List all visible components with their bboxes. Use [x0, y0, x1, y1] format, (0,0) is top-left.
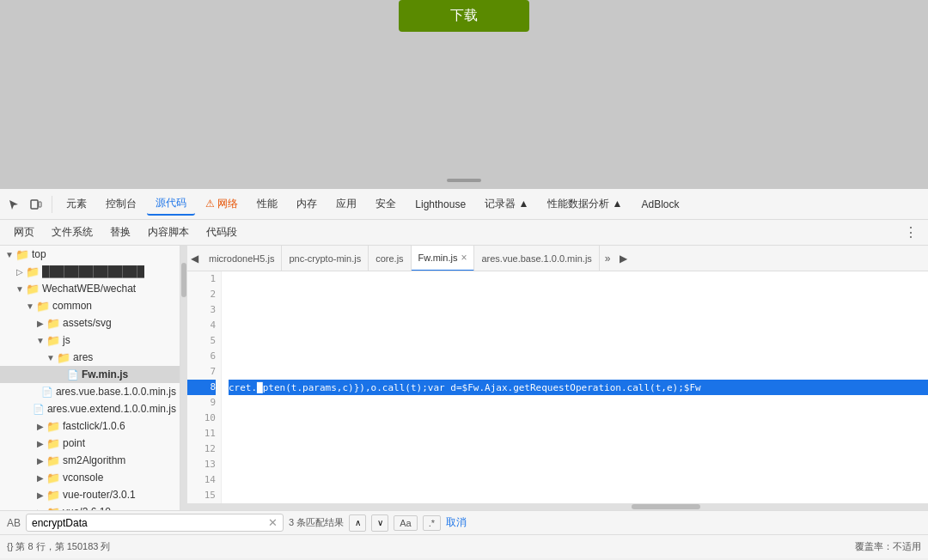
- line-number-9: 9: [187, 395, 216, 411]
- line-number-13: 13: [187, 457, 216, 472]
- sub-tab-filesystem[interactable]: 文件系统: [45, 222, 100, 242]
- cursor-icon[interactable]: [3, 194, 24, 215]
- tree-scrollbar[interactable]: [180, 246, 187, 510]
- tree-item-common[interactable]: ▼📁common: [0, 297, 180, 314]
- code-area: ◀ microdoneH5.js pnc-crypto-min.js core.…: [187, 246, 928, 510]
- tab-memory[interactable]: 内存: [288, 193, 326, 215]
- tree-item-vue[interactable]: ▶📁vue/2.6.10: [0, 503, 180, 510]
- search-prev-button[interactable]: ∧: [349, 514, 366, 532]
- more-options-icon[interactable]: ⋮: [901, 222, 921, 243]
- tab-scroll-right[interactable]: ▶: [616, 253, 631, 265]
- tree-item-assets_svg[interactable]: ▶📁assets/svg: [0, 314, 180, 332]
- file-tab-ares-vue-base[interactable]: ares.vue.base.1.0.0.min.js: [474, 246, 599, 271]
- svg-rect-0: [31, 200, 38, 209]
- match-case-button[interactable]: Aa: [394, 515, 417, 531]
- folder-icon: 📁: [46, 489, 60, 502]
- line-number-6: 6: [187, 349, 216, 364]
- tab-scroll-left[interactable]: ◀: [187, 253, 202, 265]
- tree-item-label: WechatWEB/wechat: [42, 283, 136, 295]
- tree-scrollbar-thumb[interactable]: [181, 263, 186, 297]
- line-number-7: 7: [187, 364, 216, 380]
- tab-console[interactable]: 控制台: [97, 193, 145, 215]
- tree-item-point[interactable]: ▶📁point: [0, 435, 180, 452]
- tree-arrow-icon: ▶: [34, 473, 46, 483]
- tree-item-vue_router[interactable]: ▶📁vue-router/3.0.1: [0, 486, 180, 503]
- file-tab-microdone[interactable]: microdoneH5.js: [202, 246, 282, 271]
- file-tab-pnc-crypto[interactable]: pnc-crypto-min.js: [282, 246, 369, 271]
- tree-item-wechatweb[interactable]: ▼📁WechatWEB/wechat: [0, 280, 180, 297]
- tab-sources[interactable]: 源代码: [147, 192, 195, 216]
- tab-lighthouse[interactable]: Lighthouse: [406, 195, 474, 214]
- tree-item-label: js: [63, 334, 70, 346]
- tree-item-label: fastclick/1.0.6: [63, 420, 125, 432]
- sub-tab-snippets[interactable]: 代码段: [199, 222, 244, 242]
- code-line-1: [229, 271, 928, 287]
- tab-performance[interactable]: 性能: [248, 193, 286, 215]
- line-number-5: 5: [187, 333, 216, 349]
- tree-item-js[interactable]: ▼📁js: [0, 332, 180, 349]
- folder-icon: 📁: [26, 265, 40, 278]
- tree-item-ares[interactable]: ▼📁ares: [0, 349, 180, 366]
- tree-arrow-icon: ▶: [34, 456, 46, 466]
- tree-item-vconsole[interactable]: ▶📁vconsole: [0, 469, 180, 486]
- code-text-8: cret.█pten(t.params,c)}),o.call(t);var d…: [229, 382, 701, 393]
- line-number-3: 3: [187, 302, 216, 318]
- tab-security[interactable]: 安全: [367, 193, 405, 215]
- search-input-wrap[interactable]: ✕: [26, 514, 284, 532]
- tab-application[interactable]: 应用: [327, 193, 365, 215]
- tab-recorder[interactable]: 记录器 ▲: [476, 193, 537, 215]
- tab-adblock[interactable]: AdBlock: [633, 195, 688, 214]
- h-scrollbar-thumb[interactable]: [632, 504, 700, 509]
- folder-icon: 📁: [46, 437, 60, 450]
- search-next-button[interactable]: ∨: [371, 514, 388, 532]
- tree-arrow-icon: ▶: [34, 439, 46, 448]
- tree-item-ares_vue_base[interactable]: 📄ares.vue.base.1.0.0.min.js: [0, 383, 180, 400]
- h-scrollbar[interactable]: [187, 503, 928, 510]
- tree-item-fastclick[interactable]: ▶📁fastclick/1.0.6: [0, 417, 180, 435]
- file-icon: 📄: [67, 369, 79, 380]
- tree-item-label: top: [32, 248, 46, 260]
- tree-item-cloud[interactable]: ▷📁██████████████: [0, 263, 180, 280]
- search-cancel-button[interactable]: 取消: [446, 515, 467, 530]
- drag-handle[interactable]: [447, 179, 481, 182]
- tree-arrow-icon: ▼: [14, 284, 26, 294]
- file-tabs: ◀ microdoneH5.js pnc-crypto-min.js core.…: [187, 246, 928, 271]
- more-tabs-button[interactable]: »: [600, 253, 616, 265]
- download-button[interactable]: 下载: [399, 0, 529, 32]
- preview-area: 下载: [0, 0, 928, 189]
- file-tab-core[interactable]: core.js: [369, 246, 411, 271]
- device-icon[interactable]: [26, 194, 46, 215]
- search-clear-icon[interactable]: ✕: [268, 516, 278, 529]
- tree-arrow-icon: ▶: [34, 508, 46, 511]
- search-input[interactable]: [32, 517, 268, 529]
- tree-item-label: ██████████████: [42, 265, 144, 277]
- code-line-11: [229, 426, 928, 441]
- file-icon: 📄: [41, 387, 53, 398]
- tab-elements[interactable]: 元素: [58, 193, 95, 215]
- folder-icon: 📁: [57, 351, 70, 364]
- code-editor[interactable]: 1234567891011121314151617181920 cret.█pt…: [187, 271, 928, 503]
- close-tab-icon[interactable]: ×: [461, 252, 467, 264]
- folder-icon: 📁: [36, 300, 50, 313]
- tree-item-sm2algorithm[interactable]: ▶📁sm2Algorithm: [0, 452, 180, 469]
- tree-item-fw_min_js[interactable]: 📄Fw.min.js: [0, 366, 180, 383]
- file-tab-fw-min[interactable]: Fw.min.js ×: [412, 246, 475, 271]
- regex-button[interactable]: .*: [423, 515, 441, 531]
- tab-performance-insights[interactable]: 性能数据分析 ▲: [539, 193, 631, 215]
- sub-tab-overrides[interactable]: 替换: [103, 222, 137, 242]
- sub-tab-content-scripts[interactable]: 内容脚本: [141, 222, 196, 242]
- tree-arrow-icon: ▼: [45, 353, 57, 362]
- sub-tab-page[interactable]: 网页: [7, 222, 41, 242]
- tree-item-top[interactable]: ▼📁top: [0, 246, 180, 263]
- code-line-15: [229, 488, 928, 503]
- search-bar: AB ✕ 3 条匹配结果 ∧ ∨ Aa .* 取消: [0, 510, 928, 534]
- file-tab-label: Fw.min.js: [418, 253, 458, 263]
- tab-network[interactable]: ⚠ 网络: [197, 193, 247, 215]
- line-number-11: 11: [187, 426, 216, 441]
- code-line-13: [229, 457, 928, 472]
- code-line-2: [229, 287, 928, 302]
- folder-icon: 📁: [46, 454, 60, 467]
- code-content[interactable]: cret.█pten(t.params,c)}),o.call(t);var d…: [222, 271, 928, 503]
- tree-item-ares_vue_extend[interactable]: 📄ares.vue.extend.1.0.0.min.js: [0, 400, 180, 417]
- folder-icon: 📁: [26, 283, 40, 295]
